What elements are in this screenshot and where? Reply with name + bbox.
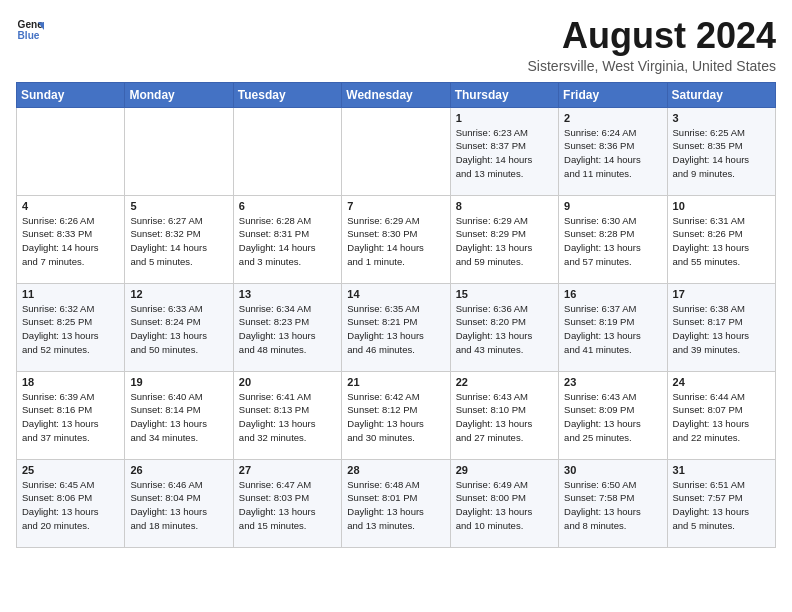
calendar-cell: 1Sunrise: 6:23 AM Sunset: 8:37 PM Daylig… xyxy=(450,107,558,195)
calendar-cell: 23Sunrise: 6:43 AM Sunset: 8:09 PM Dayli… xyxy=(559,371,667,459)
calendar-cell xyxy=(342,107,450,195)
day-info: Sunrise: 6:51 AM Sunset: 7:57 PM Dayligh… xyxy=(673,478,770,533)
day-info: Sunrise: 6:39 AM Sunset: 8:16 PM Dayligh… xyxy=(22,390,119,445)
calendar-cell: 4Sunrise: 6:26 AM Sunset: 8:33 PM Daylig… xyxy=(17,195,125,283)
day-info: Sunrise: 6:41 AM Sunset: 8:13 PM Dayligh… xyxy=(239,390,336,445)
day-number: 9 xyxy=(564,200,661,212)
calendar-table: SundayMondayTuesdayWednesdayThursdayFrid… xyxy=(16,82,776,548)
day-header-tuesday: Tuesday xyxy=(233,82,341,107)
calendar-cell: 27Sunrise: 6:47 AM Sunset: 8:03 PM Dayli… xyxy=(233,459,341,547)
day-number: 17 xyxy=(673,288,770,300)
calendar-week-5: 25Sunrise: 6:45 AM Sunset: 8:06 PM Dayli… xyxy=(17,459,776,547)
svg-text:Blue: Blue xyxy=(18,30,40,41)
day-info: Sunrise: 6:46 AM Sunset: 8:04 PM Dayligh… xyxy=(130,478,227,533)
day-info: Sunrise: 6:37 AM Sunset: 8:19 PM Dayligh… xyxy=(564,302,661,357)
calendar-cell: 10Sunrise: 6:31 AM Sunset: 8:26 PM Dayli… xyxy=(667,195,775,283)
day-info: Sunrise: 6:43 AM Sunset: 8:09 PM Dayligh… xyxy=(564,390,661,445)
calendar-cell: 14Sunrise: 6:35 AM Sunset: 8:21 PM Dayli… xyxy=(342,283,450,371)
calendar-cell: 3Sunrise: 6:25 AM Sunset: 8:35 PM Daylig… xyxy=(667,107,775,195)
calendar-cell: 22Sunrise: 6:43 AM Sunset: 8:10 PM Dayli… xyxy=(450,371,558,459)
day-info: Sunrise: 6:29 AM Sunset: 8:30 PM Dayligh… xyxy=(347,214,444,269)
calendar-week-3: 11Sunrise: 6:32 AM Sunset: 8:25 PM Dayli… xyxy=(17,283,776,371)
day-info: Sunrise: 6:36 AM Sunset: 8:20 PM Dayligh… xyxy=(456,302,553,357)
calendar-cell xyxy=(17,107,125,195)
day-info: Sunrise: 6:34 AM Sunset: 8:23 PM Dayligh… xyxy=(239,302,336,357)
day-number: 29 xyxy=(456,464,553,476)
month-year: August 2024 xyxy=(528,16,776,56)
day-number: 2 xyxy=(564,112,661,124)
day-header-wednesday: Wednesday xyxy=(342,82,450,107)
page-header: General Blue August 2024 Sistersville, W… xyxy=(16,16,776,74)
day-number: 5 xyxy=(130,200,227,212)
day-header-thursday: Thursday xyxy=(450,82,558,107)
day-info: Sunrise: 6:26 AM Sunset: 8:33 PM Dayligh… xyxy=(22,214,119,269)
day-number: 11 xyxy=(22,288,119,300)
day-info: Sunrise: 6:40 AM Sunset: 8:14 PM Dayligh… xyxy=(130,390,227,445)
day-number: 25 xyxy=(22,464,119,476)
day-number: 1 xyxy=(456,112,553,124)
calendar-cell: 25Sunrise: 6:45 AM Sunset: 8:06 PM Dayli… xyxy=(17,459,125,547)
day-number: 3 xyxy=(673,112,770,124)
day-number: 14 xyxy=(347,288,444,300)
day-number: 24 xyxy=(673,376,770,388)
day-info: Sunrise: 6:30 AM Sunset: 8:28 PM Dayligh… xyxy=(564,214,661,269)
day-header-sunday: Sunday xyxy=(17,82,125,107)
calendar-cell: 30Sunrise: 6:50 AM Sunset: 7:58 PM Dayli… xyxy=(559,459,667,547)
calendar-cell xyxy=(125,107,233,195)
day-number: 27 xyxy=(239,464,336,476)
day-number: 15 xyxy=(456,288,553,300)
day-header-monday: Monday xyxy=(125,82,233,107)
day-info: Sunrise: 6:31 AM Sunset: 8:26 PM Dayligh… xyxy=(673,214,770,269)
day-header-saturday: Saturday xyxy=(667,82,775,107)
day-info: Sunrise: 6:24 AM Sunset: 8:36 PM Dayligh… xyxy=(564,126,661,181)
day-info: Sunrise: 6:49 AM Sunset: 8:00 PM Dayligh… xyxy=(456,478,553,533)
calendar-cell: 24Sunrise: 6:44 AM Sunset: 8:07 PM Dayli… xyxy=(667,371,775,459)
header-row: SundayMondayTuesdayWednesdayThursdayFrid… xyxy=(17,82,776,107)
day-info: Sunrise: 6:25 AM Sunset: 8:35 PM Dayligh… xyxy=(673,126,770,181)
calendar-week-2: 4Sunrise: 6:26 AM Sunset: 8:33 PM Daylig… xyxy=(17,195,776,283)
day-number: 18 xyxy=(22,376,119,388)
calendar-cell: 26Sunrise: 6:46 AM Sunset: 8:04 PM Dayli… xyxy=(125,459,233,547)
day-number: 4 xyxy=(22,200,119,212)
calendar-cell: 5Sunrise: 6:27 AM Sunset: 8:32 PM Daylig… xyxy=(125,195,233,283)
day-number: 22 xyxy=(456,376,553,388)
calendar-cell xyxy=(233,107,341,195)
day-info: Sunrise: 6:35 AM Sunset: 8:21 PM Dayligh… xyxy=(347,302,444,357)
title-block: August 2024 Sistersville, West Virginia,… xyxy=(528,16,776,74)
calendar-cell: 15Sunrise: 6:36 AM Sunset: 8:20 PM Dayli… xyxy=(450,283,558,371)
day-number: 7 xyxy=(347,200,444,212)
calendar-cell: 28Sunrise: 6:48 AM Sunset: 8:01 PM Dayli… xyxy=(342,459,450,547)
logo: General Blue xyxy=(16,16,44,44)
logo-icon: General Blue xyxy=(16,16,44,44)
calendar-cell: 31Sunrise: 6:51 AM Sunset: 7:57 PM Dayli… xyxy=(667,459,775,547)
day-header-friday: Friday xyxy=(559,82,667,107)
day-info: Sunrise: 6:50 AM Sunset: 7:58 PM Dayligh… xyxy=(564,478,661,533)
calendar-cell: 9Sunrise: 6:30 AM Sunset: 8:28 PM Daylig… xyxy=(559,195,667,283)
day-number: 28 xyxy=(347,464,444,476)
calendar-cell: 12Sunrise: 6:33 AM Sunset: 8:24 PM Dayli… xyxy=(125,283,233,371)
day-number: 21 xyxy=(347,376,444,388)
day-number: 13 xyxy=(239,288,336,300)
day-info: Sunrise: 6:32 AM Sunset: 8:25 PM Dayligh… xyxy=(22,302,119,357)
day-number: 20 xyxy=(239,376,336,388)
day-info: Sunrise: 6:47 AM Sunset: 8:03 PM Dayligh… xyxy=(239,478,336,533)
day-number: 31 xyxy=(673,464,770,476)
day-info: Sunrise: 6:28 AM Sunset: 8:31 PM Dayligh… xyxy=(239,214,336,269)
day-info: Sunrise: 6:44 AM Sunset: 8:07 PM Dayligh… xyxy=(673,390,770,445)
calendar-cell: 2Sunrise: 6:24 AM Sunset: 8:36 PM Daylig… xyxy=(559,107,667,195)
day-info: Sunrise: 6:38 AM Sunset: 8:17 PM Dayligh… xyxy=(673,302,770,357)
day-info: Sunrise: 6:29 AM Sunset: 8:29 PM Dayligh… xyxy=(456,214,553,269)
day-info: Sunrise: 6:27 AM Sunset: 8:32 PM Dayligh… xyxy=(130,214,227,269)
day-number: 30 xyxy=(564,464,661,476)
day-info: Sunrise: 6:33 AM Sunset: 8:24 PM Dayligh… xyxy=(130,302,227,357)
calendar-cell: 8Sunrise: 6:29 AM Sunset: 8:29 PM Daylig… xyxy=(450,195,558,283)
calendar-cell: 29Sunrise: 6:49 AM Sunset: 8:00 PM Dayli… xyxy=(450,459,558,547)
calendar-week-4: 18Sunrise: 6:39 AM Sunset: 8:16 PM Dayli… xyxy=(17,371,776,459)
day-number: 19 xyxy=(130,376,227,388)
calendar-cell: 11Sunrise: 6:32 AM Sunset: 8:25 PM Dayli… xyxy=(17,283,125,371)
day-number: 26 xyxy=(130,464,227,476)
calendar-cell: 20Sunrise: 6:41 AM Sunset: 8:13 PM Dayli… xyxy=(233,371,341,459)
calendar-cell: 19Sunrise: 6:40 AM Sunset: 8:14 PM Dayli… xyxy=(125,371,233,459)
calendar-cell: 17Sunrise: 6:38 AM Sunset: 8:17 PM Dayli… xyxy=(667,283,775,371)
day-number: 8 xyxy=(456,200,553,212)
